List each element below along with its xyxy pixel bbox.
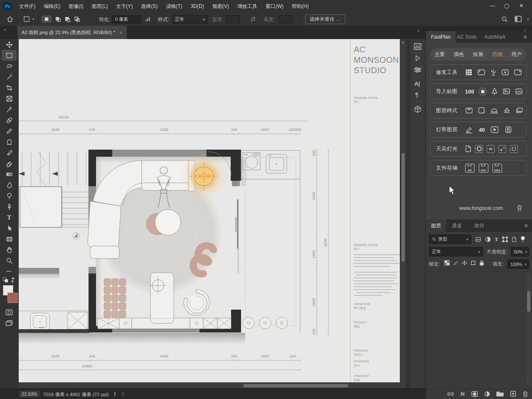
layer-style-fx-icon[interactable]: fx	[461, 391, 465, 397]
file-new-icon[interactable]	[465, 145, 471, 153]
horizontal-scrollbar[interactable]	[19, 382, 400, 389]
feather-input[interactable]: 0 像素	[112, 15, 141, 23]
tab-paths[interactable]: 路径	[469, 219, 489, 232]
vertical-scroll-thumb[interactable]	[401, 153, 405, 262]
panel-menu-icon[interactable]: ≡	[525, 223, 527, 229]
crop-tool[interactable]	[2, 82, 17, 93]
lock-transparency-icon[interactable]	[444, 260, 450, 266]
menu-3d[interactable]: 3D(D)	[187, 0, 208, 12]
grid-repair-icon[interactable]	[465, 69, 473, 76]
dock-collapse-chevrons[interactable]: «	[417, 28, 420, 33]
lock-artboard-icon[interactable]	[470, 260, 476, 266]
eraser-tool[interactable]	[2, 158, 17, 169]
add-mask-icon[interactable]	[471, 391, 478, 397]
eject-style-icon[interactable]	[503, 107, 511, 114]
layers-scrollbar[interactable]	[527, 273, 530, 387]
filter-type-icon[interactable]: T	[495, 236, 498, 243]
rectangular-marquee-tool[interactable]	[2, 50, 17, 61]
lasso-tool[interactable]	[2, 61, 17, 71]
play-action-icon[interactable]	[490, 126, 499, 133]
selection-mode-add[interactable]	[55, 16, 61, 22]
adjustment-layer-icon[interactable]	[484, 391, 490, 397]
menu-image[interactable]: 图像(I)	[64, 0, 87, 12]
width-input[interactable]	[226, 15, 240, 23]
paragraph-panel-icon[interactable]: ¶	[415, 91, 419, 98]
menu-file[interactable]: 文件(F)	[15, 0, 39, 12]
quick-mask-button[interactable]	[2, 307, 17, 318]
style-square-icon[interactable]	[478, 107, 485, 114]
filter-smart-object-icon[interactable]	[512, 236, 517, 242]
lock-pixels-icon[interactable]	[453, 260, 458, 266]
linear-light-icon[interactable]: 0‖	[487, 145, 495, 153]
spot-light-icon[interactable]	[475, 145, 483, 153]
anti-alias-icon[interactable]	[145, 16, 151, 22]
zoom-level-field[interactable]: 22.93%	[19, 390, 40, 398]
healing-brush-tool[interactable]	[2, 115, 17, 126]
save-jpg-icon[interactable]: JPG	[465, 164, 475, 172]
filter-adjustment-icon[interactable]	[485, 236, 491, 242]
style-box-icon[interactable]	[465, 107, 473, 114]
swap-dimensions-icon[interactable]	[249, 16, 257, 22]
clone-stamp-tool[interactable]	[2, 136, 17, 147]
select-and-mask-button[interactable]: 选择并遮住 …	[305, 15, 345, 24]
frame-tool[interactable]	[2, 93, 17, 104]
tab-ac-tools[interactable]: AC Tools	[452, 31, 482, 43]
chevron-down-icon[interactable]: ▾	[527, 17, 529, 21]
status-chevron-icon[interactable]: ❯	[113, 392, 116, 396]
save-web-icon[interactable]: WEB	[493, 164, 502, 172]
height-input[interactable]	[278, 15, 293, 23]
tab-fastplan[interactable]: FastPlan	[426, 31, 456, 43]
fastplan-website[interactable]: www.fongocer.com	[459, 205, 503, 211]
document-canvas[interactable]: 15150 3100 240 4260 240 1600 240200 3100…	[19, 39, 400, 382]
menu-type[interactable]: 文字(Y)	[112, 0, 137, 12]
image-import-icon[interactable]	[502, 88, 510, 95]
menu-plugins[interactable]: 增效工具	[233, 0, 261, 12]
more-tools-ellipsis[interactable]: ⋯	[2, 266, 17, 277]
list-scroll-caret[interactable]: ⌄	[526, 376, 530, 380]
menu-select[interactable]: 选择(S)	[137, 0, 162, 12]
tab-channels[interactable]: 通道	[447, 219, 467, 232]
window-maximize-button[interactable]: ▢	[504, 2, 509, 9]
layers-scroll-thumb[interactable]	[527, 291, 530, 312]
filter-shape-icon[interactable]	[502, 236, 508, 242]
link-layers-icon[interactable]	[447, 392, 454, 397]
tab-layers[interactable]: 图层	[426, 219, 446, 232]
background-color-swatch[interactable]	[7, 293, 18, 303]
cactus-icon[interactable]	[490, 69, 497, 76]
path-selection-tool[interactable]	[2, 223, 17, 234]
menu-help[interactable]: 帮助(H)	[288, 0, 313, 12]
import-size-value[interactable]: 100	[465, 89, 474, 95]
toolbar-expand-chevrons[interactable]: »	[4, 27, 6, 32]
menu-layer[interactable]: 图层(L)	[88, 0, 112, 12]
delete-layer-icon[interactable]	[522, 391, 528, 397]
panel-menu-icon[interactable]: ≡	[524, 34, 527, 40]
horizontal-scroll-thumb[interactable]	[243, 384, 348, 387]
selection-mode-new[interactable]	[42, 15, 52, 23]
texture-circle-icon[interactable]	[479, 88, 487, 96]
tab-automark[interactable]: AutoMark	[479, 31, 510, 43]
smudge-tool[interactable]	[2, 180, 17, 190]
multi-spot-icon[interactable]	[498, 145, 506, 153]
area-light-icon[interactable]	[510, 145, 518, 153]
blend-mode-select[interactable]: 正常▾	[429, 247, 483, 256]
image-import-alt-icon[interactable]	[515, 88, 523, 95]
light-strip-value[interactable]: 40	[479, 127, 485, 133]
layer-stack-icon[interactable]	[515, 107, 524, 114]
dome-light-icon[interactable]	[490, 107, 498, 114]
new-layer-icon[interactable]	[510, 391, 516, 397]
home-icon[interactable]	[7, 16, 13, 22]
document-tab[interactable]: A2 线框.png @ 22.9% (黑色线框, RGB/8#) * ×	[17, 26, 127, 39]
swap-colors-icon[interactable]	[2, 277, 16, 283]
window-minimize-button[interactable]: —	[490, 2, 495, 9]
pill-main[interactable]: 主要	[432, 51, 448, 58]
pill-user[interactable]: 用户	[509, 51, 524, 58]
rectangle-shape-tool[interactable]	[2, 234, 17, 244]
character-panel-icon[interactable]: A|	[414, 81, 420, 87]
menu-edit[interactable]: 编辑(E)	[39, 0, 64, 12]
move-tool[interactable]	[2, 39, 17, 50]
pencil-tool[interactable]	[2, 126, 17, 136]
3d-panel-icon[interactable]	[414, 106, 421, 113]
lock-icon[interactable]	[505, 126, 512, 133]
lock-all-icon[interactable]	[479, 260, 484, 266]
new-group-icon[interactable]	[496, 391, 504, 397]
